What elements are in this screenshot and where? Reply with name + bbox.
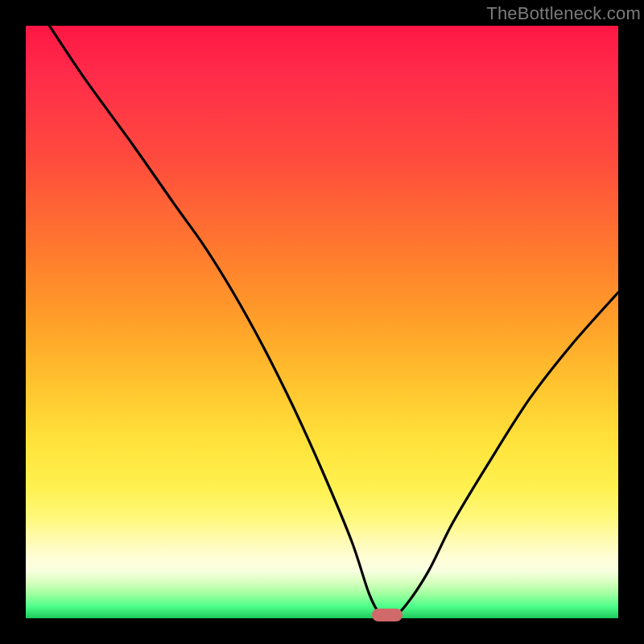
optimal-marker: [372, 609, 402, 621]
chart-frame: TheBottleneck.com: [0, 0, 644, 644]
attribution-text: TheBottleneck.com: [486, 3, 641, 24]
plot-area: [26, 26, 618, 618]
bottleneck-curve: [26, 26, 618, 618]
